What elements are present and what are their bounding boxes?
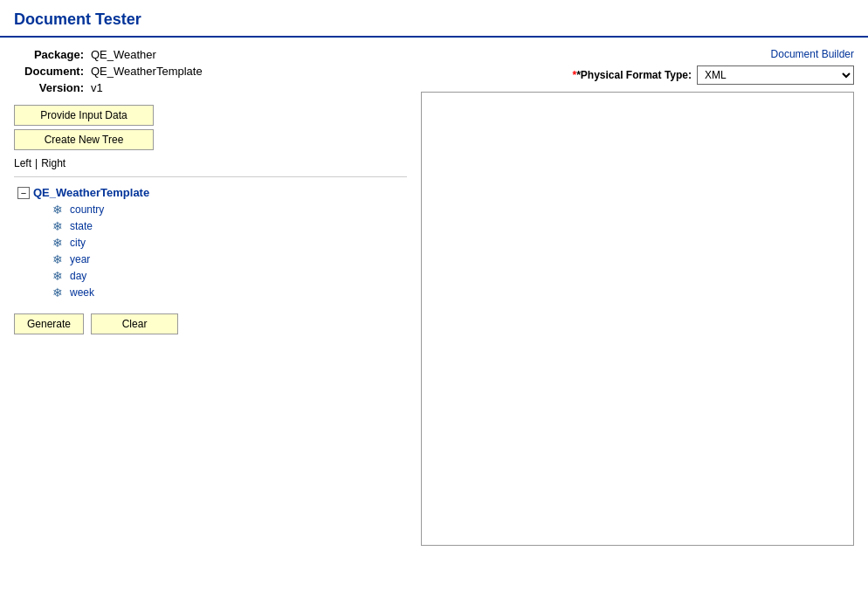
tree-item: ❄city <box>49 236 407 250</box>
tree-item-link[interactable]: year <box>70 253 90 265</box>
version-label: Version: <box>14 81 84 94</box>
package-value: QE_Weather <box>91 48 156 61</box>
document-value: QE_WeatherTemplate <box>91 65 203 78</box>
leaf-icon: ❄ <box>49 236 66 250</box>
action-buttons: Provide Input Data Create New Tree <box>14 105 154 150</box>
tree-item: ❄state <box>49 219 407 233</box>
bottom-buttons: Generate Clear <box>14 313 407 334</box>
format-label: **Physical Format Type: <box>573 69 692 81</box>
leaf-icon: ❄ <box>49 203 66 217</box>
tree-section: − QE_WeatherTemplate ❄country❄state❄city… <box>14 186 407 300</box>
tree-item: ❄year <box>49 252 407 266</box>
leaf-icon: ❄ <box>49 269 66 283</box>
output-area <box>421 92 854 546</box>
leaf-icon: ❄ <box>49 252 66 266</box>
right-panel: Document Builder **Physical Format Type:… <box>421 48 854 546</box>
leaf-icon: ❄ <box>49 219 66 233</box>
tree-item-link[interactable]: country <box>70 203 104 216</box>
tree-item-link[interactable]: week <box>70 286 94 299</box>
right-header: Document Builder **Physical Format Type:… <box>421 48 854 85</box>
format-label-text: *Physical Format Type: <box>576 69 692 81</box>
document-label: Document: <box>14 65 84 78</box>
format-row: **Physical Format Type: XMLJSONCSVPDF <box>573 65 855 85</box>
tree-item: ❄country <box>49 203 407 217</box>
collapse-icon[interactable]: − <box>17 187 30 199</box>
format-select[interactable]: XMLJSONCSVPDF <box>697 65 854 85</box>
leaf-icon: ❄ <box>49 286 66 300</box>
nav-right[interactable]: Right <box>41 157 65 169</box>
page-header: Document Tester <box>0 0 868 38</box>
version-value: v1 <box>91 81 103 94</box>
divider <box>14 176 407 177</box>
nav-left[interactable]: Left <box>14 157 31 169</box>
nav-links: Left | Right <box>14 157 407 169</box>
generate-button[interactable]: Generate <box>14 313 84 334</box>
page-title: Document Tester <box>14 10 141 28</box>
tree-item: ❄day <box>49 269 407 283</box>
tree-item-link[interactable]: city <box>70 237 86 249</box>
tree-item-link[interactable]: state <box>70 220 93 232</box>
package-label: Package: <box>14 48 84 61</box>
clear-button[interactable]: Clear <box>91 313 178 334</box>
create-new-tree-button[interactable]: Create New Tree <box>14 129 154 150</box>
nav-separator: | <box>35 157 38 169</box>
tree-item: ❄week <box>49 286 407 300</box>
provide-input-button[interactable]: Provide Input Data <box>14 105 154 126</box>
doc-builder-link[interactable]: Document Builder <box>771 48 854 60</box>
tree-children: ❄country❄state❄city❄year❄day❄week <box>17 203 407 300</box>
tree-item-link[interactable]: day <box>70 270 86 282</box>
meta-section: Package: QE_Weather Document: QE_Weather… <box>14 48 407 94</box>
tree-root-node[interactable]: QE_WeatherTemplate <box>33 186 149 199</box>
